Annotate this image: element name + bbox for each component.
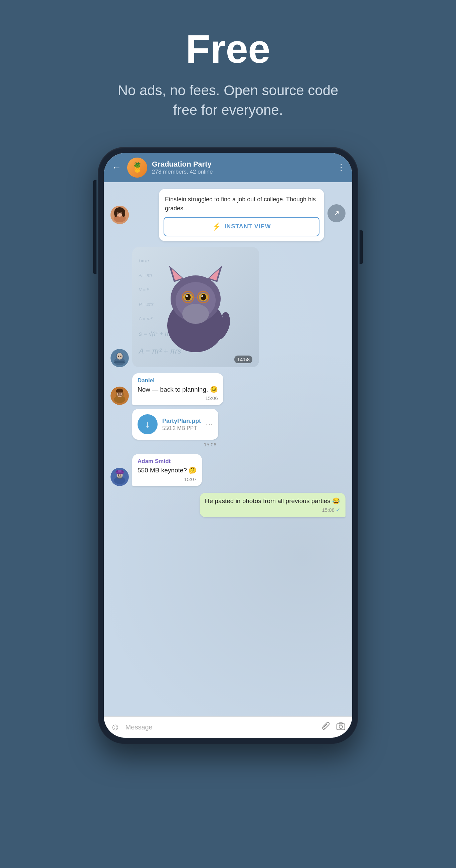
svg-point-12 <box>117 353 123 360</box>
adam-message-row: Adam Smidt 550 MB keynote? 🤔 15:07 <box>111 454 345 486</box>
sticker-timestamp: 14:58 <box>234 355 252 363</box>
checkmark-icon: ✓ <box>336 507 340 513</box>
file-more-button[interactable]: ⋯ <box>206 420 213 429</box>
cat-sticker <box>156 259 236 355</box>
chat-header: ← 🍍 Graduation Party 278 members, 42 onl… <box>104 153 352 182</box>
article-message: Einstein struggled to find a job out of … <box>111 189 345 241</box>
file-download-button[interactable]: ↓ <box>138 414 158 434</box>
instant-view-label: INSTANT VIEW <box>224 223 271 230</box>
adam-msg-bubble: Adam Smidt 550 MB keynote? 🤔 15:07 <box>132 454 202 486</box>
own-msg-time: 15:08 <box>322 507 334 513</box>
sender-avatar-daniel <box>111 386 129 405</box>
svg-point-14 <box>120 355 122 357</box>
input-bar: ☺ Message <box>104 716 352 738</box>
messages-area: Einstein struggled to find a job out of … <box>104 182 352 716</box>
lightning-icon: ⚡ <box>212 222 221 231</box>
own-msg-meta: 15:08 ✓ <box>205 507 340 513</box>
svg-point-25 <box>201 294 206 301</box>
chat-status: 278 members, 42 online <box>152 168 332 175</box>
svg-point-13 <box>118 355 119 357</box>
sticker-container: l = πr A = πrl V = l³ P = 2πr A = πr² s … <box>132 247 259 367</box>
more-button[interactable]: ⋮ <box>337 162 345 173</box>
svg-point-7 <box>114 209 118 217</box>
adam-msg-time: 15:07 <box>184 476 197 482</box>
svg-point-53 <box>339 725 342 728</box>
attach-button[interactable] <box>322 721 331 733</box>
page-subtitle: No ads, no fees. Open source code free f… <box>111 81 345 120</box>
page-header: Free No ads, no fees. Open source code f… <box>98 0 358 140</box>
share-button[interactable]: ↗ <box>328 204 345 222</box>
instant-view-button[interactable]: ⚡ INSTANT VIEW <box>163 217 320 236</box>
adam-bubble: Adam Smidt 550 MB keynote? 🤔 15:07 <box>132 454 202 486</box>
own-msg-text: He pasted in photos from all previous pa… <box>205 497 340 506</box>
chat-name: Graduation Party <box>152 160 332 168</box>
file-bubble-wrapper: ↓ PartyPlan.ppt 550.2 MB PPT ⋯ 15:06 <box>132 409 218 447</box>
svg-point-24 <box>185 294 191 301</box>
article-text: Einstein struggled to find a job out of … <box>159 189 324 217</box>
daniel-message-row: Daniel Now — back to planning. 😉 15:06 <box>111 373 345 405</box>
file-message-row: ↓ PartyPlan.ppt 550.2 MB PPT ⋯ 15:06 <box>132 409 345 447</box>
sender-avatar-adam <box>111 468 129 486</box>
svg-point-27 <box>201 295 203 297</box>
own-msg-bubble: He pasted in photos from all previous pa… <box>200 493 345 518</box>
daniel-msg-bubble: Daniel Now — back to planning. 😉 15:06 <box>132 373 223 405</box>
chat-info: Graduation Party 278 members, 42 online <box>152 160 332 175</box>
file-size: 550.2 MB PPT <box>162 425 201 431</box>
phone-frame: ← 🍍 Graduation Party 278 members, 42 onl… <box>98 147 358 744</box>
daniel-sender-name: Daniel <box>138 377 218 384</box>
article-bubble: Einstein struggled to find a job out of … <box>159 189 324 241</box>
sender-avatar-girl <box>111 206 129 224</box>
svg-point-51 <box>117 476 123 479</box>
file-msg-time: 15:06 <box>204 442 218 447</box>
svg-point-46 <box>118 474 119 476</box>
file-bubble: ↓ PartyPlan.ppt 550.2 MB PPT ⋯ <box>132 409 218 440</box>
camera-button[interactable] <box>336 721 345 733</box>
sticker-bg: l = πr A = πrl V = l³ P = 2πr A = πr² s … <box>132 247 259 367</box>
adam-msg-meta: 15:07 <box>138 476 196 482</box>
daniel-msg-time: 15:06 <box>205 395 218 401</box>
message-input[interactable]: Message <box>125 723 316 731</box>
daniel-bubble: Daniel Now — back to planning. 😉 15:06 <box>132 373 223 405</box>
svg-point-50 <box>118 470 122 472</box>
sender-avatar-boy <box>111 349 129 367</box>
sticker-message: l = πr A = πrl V = l³ P = 2πr A = πr² s … <box>111 244 345 371</box>
svg-rect-52 <box>337 724 345 730</box>
phone-screen: ← 🍍 Graduation Party 278 members, 42 onl… <box>104 153 352 738</box>
daniel-msg-meta: 15:06 <box>138 395 218 401</box>
svg-point-26 <box>186 295 188 297</box>
daniel-msg-text: Now — back to planning. 😉 <box>138 385 218 394</box>
adam-sender-name: Adam Smidt <box>138 458 196 465</box>
svg-point-8 <box>122 209 125 217</box>
page-title: Free <box>111 27 345 71</box>
file-info: PartyPlan.ppt 550.2 MB PPT <box>162 417 201 431</box>
svg-point-47 <box>120 474 122 476</box>
chat-avatar: 🍍 <box>127 158 147 178</box>
phone-mockup: ← 🍍 Graduation Party 278 members, 42 onl… <box>98 147 358 744</box>
svg-point-32 <box>182 304 209 324</box>
emoji-button[interactable]: ☺ <box>111 722 120 733</box>
adam-msg-text: 550 MB keynote? 🤔 <box>138 466 196 475</box>
file-meta: 15:06 <box>132 442 218 447</box>
own-message-row: He pasted in photos from all previous pa… <box>111 493 345 518</box>
back-button[interactable]: ← <box>111 161 123 174</box>
file-name: PartyPlan.ppt <box>162 417 201 425</box>
